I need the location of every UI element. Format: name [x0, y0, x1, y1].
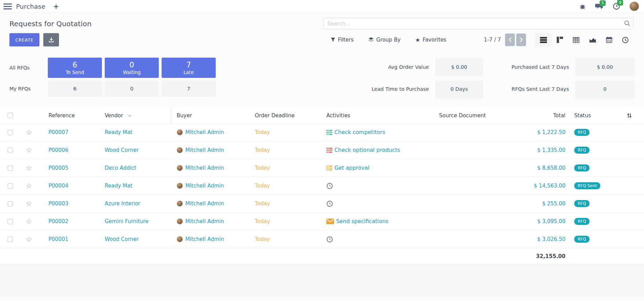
header-reference[interactable]: Reference	[43, 108, 101, 123]
reference-link[interactable]: P00001	[49, 236, 68, 242]
header-vendor-label: Vendor	[105, 112, 123, 119]
pivot-view-icon[interactable]	[568, 33, 584, 47]
table-row[interactable]: ☆ P00004 Ready Mat Mitchell Admin Today …	[0, 177, 644, 194]
activity-label[interactable]: Check competitors	[334, 129, 385, 135]
favorite-star-icon[interactable]: ☆	[26, 129, 32, 136]
bug-icon[interactable]	[579, 3, 586, 10]
header-source-document[interactable]: Source Document	[412, 108, 513, 123]
activity-view-icon[interactable]	[617, 33, 634, 47]
buyer-avatar	[177, 165, 183, 171]
kanban-view-icon[interactable]	[552, 33, 568, 47]
vendor-link[interactable]: Ready Mat	[105, 183, 132, 189]
table-row[interactable]: ☆ P00005 Deco Addict Mitchell Admin Toda…	[0, 159, 644, 177]
vendor-link[interactable]: Wood Corner	[105, 147, 139, 153]
row-checkbox[interactable]	[8, 219, 13, 224]
header-status[interactable]: Status	[571, 108, 614, 123]
task-list-icon-red[interactable]	[326, 148, 332, 153]
pager-next-button[interactable]	[516, 34, 526, 46]
header-order-deadline[interactable]: Order Deadline	[249, 108, 321, 123]
favorite-star-icon[interactable]: ☆	[26, 147, 32, 154]
apps-menu-icon[interactable]	[3, 3, 12, 9]
reference-link[interactable]: P00007	[49, 129, 68, 135]
header-buyer[interactable]: Buyer	[171, 108, 249, 123]
total-amount: $ 8,658.00	[513, 159, 571, 177]
clock-icon[interactable]	[326, 236, 333, 243]
vendor-link[interactable]: Gemini Furniture	[105, 218, 148, 225]
table-row[interactable]: ☆ P00007 Ready Mat Mitchell Admin Today …	[0, 123, 644, 141]
favorites-button[interactable]: ★ Favorites	[415, 37, 446, 43]
table-row[interactable]: ☆ P00002 Gemini Furniture Mitchell Admin…	[0, 212, 644, 230]
user-avatar[interactable]	[629, 1, 639, 11]
buyer-avatar	[177, 236, 183, 242]
favorite-star-icon[interactable]: ☆	[26, 218, 32, 225]
table-row[interactable]: ☆ P00006 Wood Corner Mitchell Admin Toda…	[0, 141, 644, 159]
create-button[interactable]: CREATE	[9, 33, 39, 46]
row-checkbox[interactable]	[8, 130, 13, 135]
row-checkbox[interactable]	[8, 237, 13, 242]
row-checkbox[interactable]	[8, 183, 13, 189]
kpi-late[interactable]: 7 Late	[162, 58, 216, 78]
filters-button[interactable]: Filters	[331, 37, 354, 43]
buyer-link[interactable]: Mitchell Admin	[185, 129, 224, 135]
activity-label[interactable]: Get approval	[334, 165, 369, 171]
pager-previous-button[interactable]	[505, 34, 515, 46]
header-vendor[interactable]: Vendor	[101, 108, 171, 123]
buyer-link[interactable]: Mitchell Admin	[185, 236, 224, 242]
kpi-my-late[interactable]: 7	[162, 81, 216, 97]
favorite-star-icon[interactable]: ☆	[26, 182, 32, 189]
buyer-link[interactable]: Mitchell Admin	[185, 200, 224, 207]
header-total[interactable]: Total	[513, 108, 571, 123]
favorite-star-icon[interactable]: ☆	[26, 164, 32, 171]
envelope-icon[interactable]	[326, 219, 334, 224]
header-activities[interactable]: Activities	[321, 108, 412, 123]
vendor-link[interactable]: Azure Interior	[105, 200, 140, 207]
table-row[interactable]: ☆ P00001 Wood Corner Mitchell Admin Toda…	[0, 230, 644, 248]
row-checkbox[interactable]	[8, 166, 13, 171]
vendor-link[interactable]: Deco Addict	[105, 165, 136, 171]
export-button[interactable]	[43, 33, 59, 46]
calendar-view-icon[interactable]	[601, 33, 617, 47]
reference-link[interactable]: P00006	[49, 147, 68, 153]
activity-label[interactable]: Send specifications	[336, 218, 388, 225]
kpi-my-waiting[interactable]: 0	[105, 81, 159, 97]
graph-view-icon[interactable]	[584, 33, 601, 47]
kpi-waiting[interactable]: 0 Waiting	[105, 58, 159, 78]
task-list-icon-yellow[interactable]	[326, 166, 332, 171]
favorite-star-icon[interactable]: ☆	[26, 200, 32, 207]
vendor-link[interactable]: Wood Corner	[105, 236, 139, 242]
filter-funnel-icon	[331, 37, 335, 42]
buyer-link[interactable]: Mitchell Admin	[185, 218, 224, 225]
favorite-star-icon[interactable]: ☆	[26, 236, 32, 243]
reference-link[interactable]: P00003	[49, 200, 68, 207]
table-row[interactable]: ☆ P00003 Azure Interior Mitchell Admin T…	[0, 194, 644, 212]
reference-link[interactable]: P00002	[49, 218, 68, 225]
select-all-checkbox[interactable]	[8, 113, 13, 118]
clock-icon[interactable]	[326, 200, 333, 207]
clock-icon[interactable]	[326, 183, 333, 189]
buyer-link[interactable]: Mitchell Admin	[185, 183, 224, 189]
list-view-icon[interactable]	[535, 33, 552, 47]
search-icon[interactable]	[624, 20, 630, 27]
chevron-left-icon	[509, 37, 512, 42]
new-tab-button[interactable]: +	[53, 2, 59, 10]
buyer-link[interactable]: Mitchell Admin	[185, 165, 224, 171]
buyer-avatar	[177, 147, 183, 153]
buyer-link[interactable]: Mitchell Admin	[185, 147, 224, 153]
kpi-to-send-count: 6	[48, 61, 102, 69]
kpi-to-send[interactable]: 6 To Send	[48, 58, 102, 78]
search-input[interactable]	[324, 18, 634, 29]
app-name[interactable]: Purchase	[16, 3, 45, 10]
group-by-button[interactable]: Group By	[368, 37, 401, 43]
activity-label[interactable]: Check optional products	[334, 147, 400, 153]
messages-icon[interactable]: 5	[595, 3, 604, 10]
row-checkbox[interactable]	[8, 201, 13, 206]
row-checkbox[interactable]	[8, 148, 13, 153]
optional-columns-icon[interactable]	[614, 108, 644, 123]
status-badge: RFQ	[574, 218, 590, 225]
activity-clock-icon[interactable]: 9	[613, 2, 620, 10]
vendor-link[interactable]: Ready Mat	[105, 129, 132, 135]
reference-link[interactable]: P00005	[49, 165, 68, 171]
reference-link[interactable]: P00004	[49, 183, 68, 189]
task-list-icon-green[interactable]	[326, 130, 332, 135]
kpi-my-to-send[interactable]: 6	[48, 81, 102, 97]
